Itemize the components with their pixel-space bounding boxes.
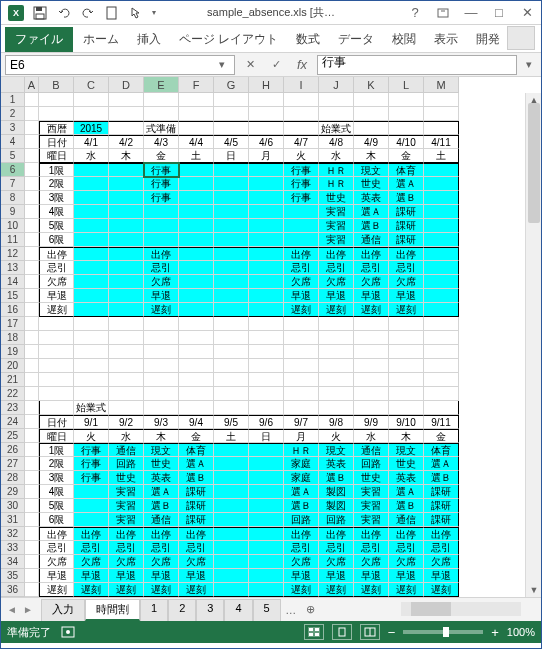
cell-M20[interactable] — [424, 359, 459, 373]
cell-E18[interactable] — [144, 331, 179, 345]
row-header-9[interactable]: 9 — [1, 205, 25, 219]
sheet-nav-next-icon[interactable]: ► — [21, 602, 35, 618]
cell-H33[interactable] — [249, 541, 284, 555]
cell-J18[interactable] — [319, 331, 354, 345]
cell-J7[interactable]: ＨＲ — [319, 177, 354, 191]
cell-H34[interactable] — [249, 555, 284, 569]
cell-F19[interactable] — [179, 345, 214, 359]
scroll-thumb-h[interactable] — [411, 602, 451, 616]
cell-I24[interactable]: 9/7 — [284, 415, 319, 429]
cell-E23[interactable] — [144, 401, 179, 415]
cell-G35[interactable] — [214, 569, 249, 583]
cell-L29[interactable]: 選Ａ — [389, 485, 424, 499]
cell-A9[interactable] — [25, 205, 39, 219]
cell-A6[interactable] — [25, 163, 39, 177]
cell-B13[interactable]: 忌引 — [39, 261, 74, 275]
cell-C21[interactable] — [74, 373, 109, 387]
cell-E16[interactable]: 遅刻 — [144, 303, 179, 317]
cell-A28[interactable] — [25, 471, 39, 485]
cell-M14[interactable] — [424, 275, 459, 289]
cell-J21[interactable] — [319, 373, 354, 387]
cell-C20[interactable] — [74, 359, 109, 373]
cell-F12[interactable] — [179, 247, 214, 261]
cell-J33[interactable]: 忌引 — [319, 541, 354, 555]
row-header-27[interactable]: 27 — [1, 457, 25, 471]
cell-C23[interactable]: 始業式 — [74, 401, 109, 415]
row-header-32[interactable]: 32 — [1, 527, 25, 541]
cell-M2[interactable] — [424, 107, 459, 121]
cell-L7[interactable]: 選Ａ — [389, 177, 424, 191]
cell-D33[interactable]: 忌引 — [109, 541, 144, 555]
col-header-F[interactable]: F — [179, 77, 214, 93]
cell-I16[interactable]: 遅刻 — [284, 303, 319, 317]
cell-E21[interactable] — [144, 373, 179, 387]
row-header-25[interactable]: 25 — [1, 429, 25, 443]
cell-C24[interactable]: 9/1 — [74, 415, 109, 429]
cell-I20[interactable] — [284, 359, 319, 373]
cell-B25[interactable]: 曜日 — [39, 429, 74, 443]
undo-icon[interactable] — [53, 3, 75, 23]
cell-E26[interactable]: 現文 — [144, 443, 179, 457]
maximize-icon[interactable]: □ — [487, 4, 511, 22]
cell-K30[interactable]: 実習 — [354, 499, 389, 513]
cell-L17[interactable] — [389, 317, 424, 331]
col-header-J[interactable]: J — [319, 77, 354, 93]
cell-C14[interactable] — [74, 275, 109, 289]
col-header-A[interactable]: A — [25, 77, 39, 93]
view-page-layout-icon[interactable] — [332, 624, 352, 640]
cell-F35[interactable]: 早退 — [179, 569, 214, 583]
cell-G30[interactable] — [214, 499, 249, 513]
cell-B30[interactable]: 5限 — [39, 499, 74, 513]
cell-D27[interactable]: 回路 — [109, 457, 144, 471]
cell-B23[interactable] — [39, 401, 74, 415]
add-sheet-icon[interactable]: ⊕ — [301, 603, 321, 616]
cell-L27[interactable]: 世史 — [389, 457, 424, 471]
cell-J24[interactable]: 9/8 — [319, 415, 354, 429]
cell-M8[interactable] — [424, 191, 459, 205]
cell-B24[interactable]: 日付 — [39, 415, 74, 429]
cell-K7[interactable]: 世史 — [354, 177, 389, 191]
cell-D24[interactable]: 9/2 — [109, 415, 144, 429]
cell-I27[interactable]: 家庭 — [284, 457, 319, 471]
cell-M19[interactable] — [424, 345, 459, 359]
cell-I1[interactable] — [284, 93, 319, 107]
cell-A10[interactable] — [25, 219, 39, 233]
cell-M36[interactable]: 遅刻 — [424, 583, 459, 597]
cell-D8[interactable] — [109, 191, 144, 205]
cell-E3[interactable]: 式準備 — [144, 121, 179, 135]
cell-C12[interactable] — [74, 247, 109, 261]
cell-M9[interactable] — [424, 205, 459, 219]
cell-I36[interactable]: 遅刻 — [284, 583, 319, 597]
row-header-11[interactable]: 11 — [1, 233, 25, 247]
cell-L6[interactable]: 体育 — [389, 163, 424, 177]
tab-developer[interactable]: 開発 — [468, 27, 508, 52]
cell-I26[interactable]: ＨＲ — [284, 443, 319, 457]
cell-B12[interactable]: 出停 — [39, 247, 74, 261]
cell-C33[interactable]: 忌引 — [74, 541, 109, 555]
cell-I10[interactable] — [284, 219, 319, 233]
cell-J5[interactable]: 水 — [319, 149, 354, 163]
fx-icon[interactable]: fx — [291, 56, 313, 74]
cell-D28[interactable]: 世史 — [109, 471, 144, 485]
cell-M7[interactable] — [424, 177, 459, 191]
cell-G25[interactable]: 土 — [214, 429, 249, 443]
tab-home[interactable]: ホーム — [75, 27, 127, 52]
cell-I21[interactable] — [284, 373, 319, 387]
cell-A11[interactable] — [25, 233, 39, 247]
namebox-dropdown-icon[interactable]: ▾ — [214, 58, 230, 71]
sheet-tab-0[interactable]: 入力 — [41, 599, 85, 621]
cell-A20[interactable] — [25, 359, 39, 373]
cell-L30[interactable]: 選Ｂ — [389, 499, 424, 513]
cell-I29[interactable]: 選Ａ — [284, 485, 319, 499]
cell-D11[interactable] — [109, 233, 144, 247]
cell-H10[interactable] — [249, 219, 284, 233]
cell-F3[interactable] — [179, 121, 214, 135]
cell-D29[interactable]: 実習 — [109, 485, 144, 499]
cell-M34[interactable]: 欠席 — [424, 555, 459, 569]
cell-K21[interactable] — [354, 373, 389, 387]
cell-K20[interactable] — [354, 359, 389, 373]
cell-K36[interactable]: 遅刻 — [354, 583, 389, 597]
cell-L28[interactable]: 英表 — [389, 471, 424, 485]
cell-M24[interactable]: 9/11 — [424, 415, 459, 429]
cell-K13[interactable]: 忌引 — [354, 261, 389, 275]
